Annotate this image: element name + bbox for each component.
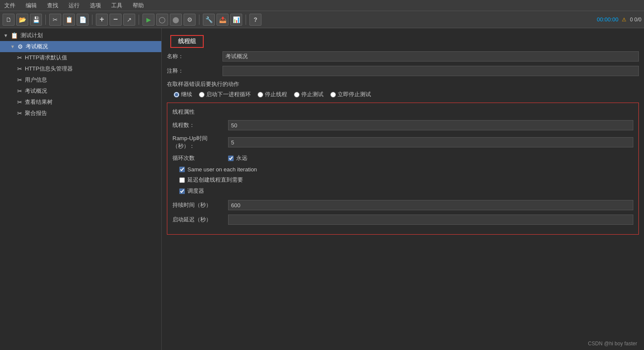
delay-create-checkbox-input[interactable]	[179, 177, 185, 183]
expand-icon: ▼	[3, 33, 8, 38]
add-button[interactable]: +	[96, 14, 108, 26]
sidebar-item-exam[interactable]: ✂ 考试概况	[0, 85, 161, 97]
forever-checkbox-input[interactable]	[228, 156, 234, 161]
menu-run[interactable]: 运行	[67, 1, 81, 10]
rampup-row: Ramp-Up时间（秒）：	[172, 135, 633, 150]
test-plan-icon: 📋	[11, 32, 18, 39]
save-button[interactable]: 💾	[30, 14, 42, 26]
remove-button[interactable]: −	[110, 14, 122, 26]
radio-stop-test-input[interactable]	[294, 92, 300, 97]
scheduler-label: 调度器	[187, 187, 204, 195]
new-button[interactable]: 🗋	[3, 14, 15, 26]
radio-next-loop-input[interactable]	[199, 92, 205, 97]
thread-props-title: 线程属性	[172, 108, 633, 116]
duration-input[interactable]	[228, 200, 633, 210]
menu-help[interactable]: 帮助	[131, 1, 145, 10]
menu-file[interactable]: 文件	[3, 1, 17, 10]
sidebar-label-result-tree: 查看结果树	[25, 98, 53, 106]
warning-icon: ⚠	[622, 17, 626, 23]
sidebar-item-user-info[interactable]: ✂ 用户信息	[0, 74, 161, 85]
toolbar-timer: 00:00:00 ⚠ 0 0/0	[597, 16, 641, 23]
action-section: 在取样器错误后要执行的动作 继续 启动下一进程循环 停止线程	[167, 80, 639, 98]
stop-circle-button[interactable]: ◯	[156, 14, 168, 26]
forever-checkbox[interactable]: 永远	[228, 154, 247, 162]
comment-label: 注释：	[167, 67, 223, 75]
cut-button[interactable]: ✂	[49, 14, 61, 26]
comment-row: 注释：	[167, 66, 639, 76]
toolbar-sep-5	[246, 15, 246, 25]
radio-continue-label: 继续	[181, 91, 192, 98]
wrench-button[interactable]: 🔧	[203, 14, 215, 26]
sidebar-item-result-tree[interactable]: ✂ 查看结果树	[0, 97, 161, 108]
startup-delay-row: 启动延迟（秒）	[172, 215, 633, 225]
delay-create-checkbox[interactable]: 延迟创建线程直到需要	[179, 176, 633, 184]
startup-delay-label: 启动延迟（秒）	[172, 216, 228, 224]
delay-create-label: 延迟创建线程直到需要	[187, 176, 243, 184]
help-button[interactable]: ?	[249, 14, 261, 26]
scheduler-checkbox[interactable]: 调度器	[179, 187, 633, 195]
loop-label: 循环次数	[172, 154, 228, 162]
menubar: 文件 编辑 查找 运行 选项 工具 帮助	[0, 0, 644, 11]
radio-stop-test[interactable]: 停止测试	[294, 91, 323, 98]
scheduler-checkbox-input[interactable]	[179, 188, 185, 194]
toolbar-sep-3	[139, 15, 139, 25]
sidebar-item-http-default[interactable]: ✂ HTTP请求默认值	[0, 52, 161, 63]
sidebar-label-http-default: HTTP请求默认值	[25, 54, 67, 62]
radio-continue[interactable]: 继续	[174, 91, 192, 98]
sidebar-item-http-header[interactable]: ✂ HTTP信息头管理器	[0, 63, 161, 74]
radio-stop-now-label: 立即停止测试	[338, 91, 371, 98]
thread-count-input[interactable]	[228, 120, 633, 130]
menu-find[interactable]: 查找	[45, 1, 60, 10]
content-area: 线程组 名称： 注释： 在取样器错误后要执行的动作 继续	[162, 28, 644, 350]
thread-count-label: 线程数：	[172, 121, 228, 129]
form-area: 名称： 注释： 在取样器错误后要执行的动作 继续 启动下一进	[162, 51, 644, 243]
expand-icon-2: ▼	[10, 44, 15, 49]
radio-stop-now[interactable]: 立即停止测试	[330, 91, 371, 98]
copy-button[interactable]: 📋	[63, 14, 75, 26]
gear-button[interactable]: ⚙	[184, 14, 196, 26]
open-button[interactable]: 📂	[16, 14, 28, 26]
stop-button[interactable]: ⬤	[170, 14, 182, 26]
http-default-icon: ✂	[17, 54, 22, 61]
name-input[interactable]	[223, 51, 639, 62]
paste-button[interactable]: 📄	[77, 14, 89, 26]
forever-label: 永远	[236, 154, 247, 162]
line-button[interactable]: ↗	[123, 14, 135, 26]
http-header-icon: ✂	[17, 65, 22, 72]
sidebar-label-test-plan: 测试计划	[21, 32, 43, 39]
sidebar-item-exam-overview[interactable]: ▼ ⚙ 考试概况	[0, 41, 161, 52]
duration-label: 持续时间（秒）	[172, 201, 228, 209]
play-button[interactable]: ▶	[142, 14, 154, 26]
user-info-icon: ✂	[17, 76, 22, 83]
radio-continue-input[interactable]	[174, 92, 179, 97]
sidebar-label-exam-overview: 考试概况	[26, 43, 48, 50]
radio-stop-now-input[interactable]	[330, 92, 336, 97]
menu-options[interactable]: 选项	[88, 1, 103, 10]
radio-next-loop-label: 启动下一进程循环	[206, 91, 251, 98]
startup-delay-input[interactable]	[228, 215, 633, 225]
result-tree-icon: ✂	[17, 99, 22, 106]
sidebar-item-aggregate[interactable]: ✂ 聚合报告	[0, 108, 161, 119]
monitor-button[interactable]: 📊	[230, 14, 242, 26]
same-user-checkbox[interactable]: Same user on each iteration	[179, 166, 633, 173]
same-user-checkbox-input[interactable]	[179, 167, 185, 172]
same-user-row: Same user on each iteration	[179, 166, 633, 173]
toolbar-sep-1	[45, 15, 46, 25]
export-button[interactable]: 📤	[217, 14, 229, 26]
menu-edit[interactable]: 编辑	[24, 1, 39, 10]
radio-next-loop[interactable]: 启动下一进程循环	[199, 91, 251, 98]
name-label: 名称：	[167, 53, 223, 60]
comment-input[interactable]	[223, 66, 639, 76]
main-layout: ▼ 📋 测试计划 ▼ ⚙ 考试概况 ✂ HTTP请求默认值 ✂ HTTP信息头管…	[0, 28, 644, 350]
delay-create-row: 延迟创建线程直到需要	[179, 176, 633, 184]
rampup-input[interactable]	[228, 137, 633, 147]
sidebar-label-http-header: HTTP信息头管理器	[25, 65, 73, 73]
thread-count-row: 线程数：	[172, 120, 633, 130]
radio-stop-thread[interactable]: 停止线程	[258, 91, 287, 98]
sidebar-label-exam: 考试概况	[25, 87, 47, 95]
thread-props-box: 线程属性 线程数： Ramp-Up时间（秒）： 循环次数 永远	[167, 103, 639, 235]
menu-tools[interactable]: 工具	[110, 1, 124, 10]
thread-group-icon: ⚙	[18, 43, 23, 50]
sidebar-item-test-plan[interactable]: ▼ 📋 测试计划	[0, 30, 161, 41]
radio-stop-thread-input[interactable]	[258, 92, 263, 97]
